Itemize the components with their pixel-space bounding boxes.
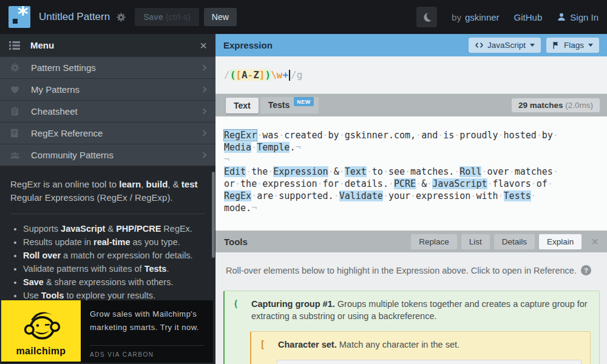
- tool-button-replace[interactable]: Replace: [411, 234, 457, 249]
- text-word: of: [537, 178, 548, 189]
- sidebar-scrollbar[interactable]: [212, 172, 215, 258]
- flag-icon: [552, 41, 560, 50]
- space-dot: ·: [438, 130, 443, 141]
- flavor-dropdown-button[interactable]: JavaScript: [469, 38, 541, 53]
- tools-title: Tools: [224, 237, 248, 247]
- mailchimp-ad-image[interactable]: mailchimp: [1, 300, 81, 362]
- match-highlight[interactable]: Roll: [459, 166, 481, 177]
- expr-token: +: [282, 69, 288, 81]
- match-highlight[interactable]: Edit: [224, 166, 246, 177]
- match-count-badge: 29 matches (2.0ms): [512, 98, 600, 112]
- space-dot: ·: [339, 178, 345, 189]
- space-dot: ·: [388, 178, 394, 189]
- match-highlight[interactable]: Tests: [504, 190, 531, 201]
- expr-token: \w: [271, 69, 282, 81]
- sidebar-item-cheatsheet[interactable]: Cheatsheet: [0, 100, 215, 122]
- text-word: expression: [262, 178, 317, 189]
- tool-button-details[interactable]: Details: [494, 234, 535, 249]
- charset-description: Character set. Match any character in th…: [278, 339, 459, 351]
- space-dot: ·: [251, 190, 257, 201]
- space-dot: ·: [481, 166, 487, 177]
- space-dot: ·: [454, 130, 459, 141]
- feature-item: Roll over a match or expression for deta…: [23, 249, 205, 263]
- explain-charset-box[interactable]: [ Character set. Match any character in …: [250, 331, 591, 364]
- ad-attribution[interactable]: ADS VIA CARBON: [90, 345, 205, 358]
- text-line: RegExr·was·created·by·gskinner.com,·and·…: [224, 129, 607, 141]
- feature-item: Results update in real-time as you type.: [23, 236, 205, 249]
- match-highlight[interactable]: JavaScript: [432, 178, 487, 189]
- regexr-logo-icon[interactable]: *: [8, 6, 30, 28]
- theme-toggle-button[interactable]: [416, 7, 437, 27]
- github-link[interactable]: GitHub: [514, 12, 543, 22]
- heart-icon: [10, 84, 20, 95]
- space-dot: ·: [383, 190, 388, 201]
- explain-group-box[interactable]: ( Capturing group #1. Groups multiple to…: [223, 291, 600, 364]
- save-button[interactable]: Save (ctrl-s): [135, 8, 199, 26]
- space-dot: ·: [339, 130, 345, 141]
- text-line: Media·Temple.¬: [224, 141, 607, 153]
- sidebar-about: RegExr is an online tool to learn, build…: [0, 166, 215, 303]
- expression-header-buttons: JavaScript Flags: [469, 38, 599, 53]
- code-icon: [475, 41, 484, 49]
- tool-button-list[interactable]: List: [461, 234, 490, 249]
- match-highlight[interactable]: Expression: [273, 166, 328, 177]
- doc-tabs-bar: Text TestsNEW 29 matches (2.0ms): [215, 94, 607, 116]
- space-dot: ·: [251, 142, 257, 153]
- new-badge: NEW: [294, 97, 314, 106]
- new-button[interactable]: New: [204, 8, 237, 26]
- sidebar-item-my-patterns[interactable]: My Patterns: [0, 78, 215, 100]
- line-break-marker: ¬: [295, 142, 300, 153]
- pattern-settings-gear-icon[interactable]: [116, 12, 126, 22]
- match-highlight[interactable]: Validate: [339, 190, 383, 201]
- match-highlight[interactable]: Temple: [257, 142, 290, 153]
- expr-token: /: [291, 69, 297, 81]
- tools-close-icon[interactable]: ×: [591, 235, 599, 248]
- text-word: or: [224, 178, 235, 189]
- text-word: mode.: [224, 203, 251, 214]
- expression-input[interactable]: /([A-Z])\w+/g: [215, 56, 607, 94]
- flags-dropdown-button[interactable]: Flags: [546, 38, 599, 53]
- explain-range-box[interactable]: A-Z Range. Matches a character in the ra…: [277, 360, 582, 364]
- space-dot: ·: [416, 178, 421, 189]
- space-dot: ·: [454, 166, 459, 177]
- space-dot: ·: [367, 166, 372, 177]
- text-word: see: [388, 166, 405, 177]
- ad-text[interactable]: Grow sales with Mailchimp's marketing sm…: [90, 308, 205, 345]
- tab-tests[interactable]: TestsNEW: [260, 97, 319, 114]
- text-word: hosted: [504, 130, 537, 141]
- help-icon[interactable]: ?: [581, 265, 591, 275]
- text-word: to: [372, 166, 383, 177]
- expr-token: ): [265, 69, 271, 81]
- match-highlight[interactable]: RegEx: [224, 190, 251, 201]
- space-dot: ·: [405, 166, 410, 177]
- sign-in-link[interactable]: Sign In: [557, 12, 599, 22]
- reference-book-icon: [10, 128, 20, 138]
- match-highlight[interactable]: Text: [345, 166, 367, 177]
- test-text-area[interactable]: RegExr·was·created·by·gskinner.com,·and·…: [215, 116, 607, 231]
- expr-token: ]: [259, 69, 265, 81]
- space-dot: ·: [279, 130, 284, 141]
- space-dot: ·: [257, 178, 262, 189]
- sidebar-item-regex-reference[interactable]: RegEx Reference: [0, 122, 215, 144]
- match-highlight[interactable]: RegExr: [224, 130, 257, 141]
- by-gskinner-link[interactable]: by gskinner: [452, 12, 500, 22]
- divider: [10, 214, 205, 214]
- space-dot: ·: [323, 130, 328, 141]
- logo-dot: [13, 19, 18, 24]
- tab-text[interactable]: Text: [226, 98, 259, 113]
- tool-button-explain[interactable]: Explain: [539, 234, 582, 249]
- text-word: are: [257, 190, 273, 201]
- feature-item: Validate patterns with suites of Tests.: [23, 263, 205, 276]
- sidebar-item-pattern-settings[interactable]: Pattern Settings: [0, 56, 215, 78]
- space-dot: ·: [548, 178, 553, 189]
- space-dot: ·: [339, 166, 345, 177]
- text-word: details.: [345, 178, 388, 189]
- pattern-title[interactable]: Untitled Pattern: [39, 11, 110, 23]
- sidebar-item-community-patterns[interactable]: Community Patterns: [0, 144, 215, 166]
- match-highlight[interactable]: PCRE: [394, 178, 416, 189]
- text-word: is: [443, 130, 454, 141]
- match-highlight[interactable]: Media: [224, 142, 251, 153]
- menu-close-icon[interactable]: ×: [200, 39, 207, 52]
- expr-token: (: [230, 69, 236, 81]
- group-description: Capturing group #1. Groups multiple toke…: [251, 298, 591, 322]
